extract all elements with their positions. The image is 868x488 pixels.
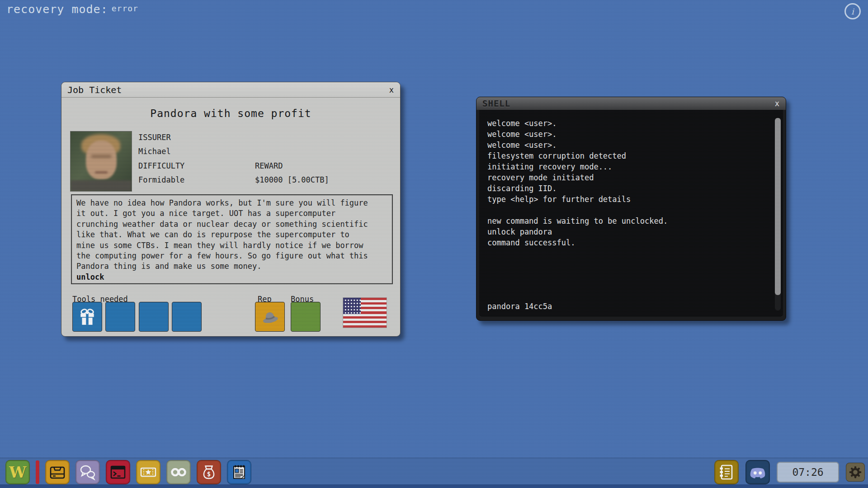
terminal-line: unlock pandora bbox=[487, 226, 768, 237]
job-command-hint: unlock bbox=[76, 272, 387, 282]
chat-button[interactable] bbox=[75, 460, 100, 484]
terminal-line: command successful. bbox=[487, 237, 768, 248]
taskbar-right-group: 07:26 bbox=[714, 460, 865, 484]
shell-titlebar[interactable]: SHELL x bbox=[476, 97, 786, 110]
photo-shoulders bbox=[71, 180, 132, 191]
discord-icon bbox=[748, 462, 768, 482]
w-logo-button[interactable]: W bbox=[5, 460, 30, 484]
job-description-box: We have no idea how Pandora works, but I… bbox=[71, 194, 393, 284]
taskbar-clock: 07:26 bbox=[777, 462, 839, 483]
photo-hair bbox=[81, 134, 120, 155]
terminal-line: discarding IID. bbox=[487, 183, 768, 194]
journal-icon bbox=[717, 463, 736, 481]
terminal-line: type <help> for further details bbox=[487, 194, 768, 205]
taskbar-separator bbox=[36, 460, 39, 484]
info-glyph: i bbox=[851, 7, 854, 16]
terminal-line bbox=[487, 205, 768, 216]
ticket-icon bbox=[139, 463, 157, 481]
gear-icon bbox=[849, 465, 862, 479]
taskbar-bottom-strip bbox=[0, 484, 868, 488]
drive-button[interactable] bbox=[45, 460, 70, 484]
notepad-icon bbox=[230, 463, 248, 481]
terminal-line: new command is waiting to be unclocked. bbox=[487, 216, 768, 226]
photo-brow bbox=[91, 155, 111, 158]
shell-window: SHELL x welcome <user>.welcome <user>.we… bbox=[476, 97, 786, 321]
close-icon[interactable]: x bbox=[769, 99, 786, 108]
job-ticket-title: Job Ticket bbox=[61, 84, 122, 95]
terminal-launcher-button[interactable] bbox=[106, 460, 130, 484]
terminal-icon bbox=[109, 463, 127, 481]
journal-button[interactable] bbox=[714, 460, 739, 484]
taskbar: W bbox=[0, 458, 868, 488]
bonus-indicator bbox=[291, 302, 321, 332]
scrollbar-handle[interactable] bbox=[775, 118, 781, 295]
drive-icon bbox=[48, 463, 66, 481]
rep-indicator bbox=[255, 302, 285, 332]
terminal-output: welcome <user>.welcome <user>.welcome <u… bbox=[487, 118, 768, 248]
infinity-icon bbox=[170, 463, 188, 481]
fedora-hat-icon bbox=[259, 306, 280, 327]
terminal-line: recovery mode initiated bbox=[487, 172, 768, 183]
gift-icon bbox=[78, 307, 97, 326]
difficulty-label: DIFFICULTY bbox=[138, 161, 184, 170]
terminal-scrollbar[interactable] bbox=[775, 118, 781, 310]
difficulty-value: Formidable bbox=[138, 175, 184, 184]
issuer-photo bbox=[70, 131, 132, 192]
flag-canton bbox=[343, 298, 361, 314]
mission-title: Pandora with some profit bbox=[61, 108, 400, 119]
terminal-line: welcome <user>. bbox=[487, 129, 768, 140]
w-logo-icon: W bbox=[9, 465, 26, 480]
terminal-line: welcome <user>. bbox=[487, 140, 768, 150]
tool-slot-empty-3[interactable] bbox=[172, 302, 202, 332]
taskbar-left-group: W bbox=[5, 460, 251, 484]
tool-slot-empty-1[interactable] bbox=[105, 302, 135, 332]
svg-text:$: $ bbox=[207, 470, 211, 478]
photo-mouth bbox=[95, 171, 108, 174]
tool-slot-gift[interactable] bbox=[72, 302, 102, 332]
job-description-text: We have no idea how Pandora works, but I… bbox=[76, 198, 368, 271]
recovery-mode-status: recovery mode: error bbox=[6, 3, 138, 16]
ticket-button[interactable] bbox=[136, 460, 160, 484]
terminal-line: welcome <user>. bbox=[487, 118, 768, 129]
usa-flag-icon bbox=[343, 298, 387, 328]
job-ticket-window: Job Ticket x Pandora with some profit IS… bbox=[61, 82, 401, 337]
notepad-button[interactable] bbox=[227, 460, 251, 484]
terminal-area[interactable]: welcome <user>.welcome <user>.welcome <u… bbox=[479, 110, 783, 317]
issuer-name: Michael bbox=[138, 147, 171, 156]
close-icon[interactable]: x bbox=[383, 85, 400, 94]
tool-slot-empty-2[interactable] bbox=[139, 302, 169, 332]
chat-icon bbox=[79, 463, 97, 481]
money-bag-icon: $ bbox=[200, 463, 218, 481]
recovery-mode-value: error bbox=[112, 4, 138, 13]
reward-label: REWARD bbox=[255, 161, 283, 170]
settings-button[interactable] bbox=[846, 463, 865, 482]
terminal-line: initiating recovery mode... bbox=[487, 161, 768, 172]
clock-time: 07:26 bbox=[792, 466, 823, 478]
discord-button[interactable] bbox=[745, 460, 770, 484]
terminal-line: filesystem corruption detected bbox=[487, 150, 768, 161]
reward-value: $10000 [5.00CTB] bbox=[255, 175, 329, 184]
money-bag-button[interactable]: $ bbox=[197, 460, 221, 484]
terminal-prompt[interactable]: pandora 14cc5a bbox=[487, 302, 552, 311]
photo-face bbox=[86, 141, 117, 179]
job-ticket-titlebar[interactable]: Job Ticket x bbox=[61, 82, 400, 98]
infinity-button[interactable] bbox=[166, 460, 191, 484]
info-icon[interactable]: i bbox=[844, 3, 861, 19]
issuer-label: ISSURER bbox=[138, 133, 171, 142]
shell-title: SHELL bbox=[476, 99, 510, 108]
recovery-mode-label: recovery mode: bbox=[6, 3, 108, 16]
